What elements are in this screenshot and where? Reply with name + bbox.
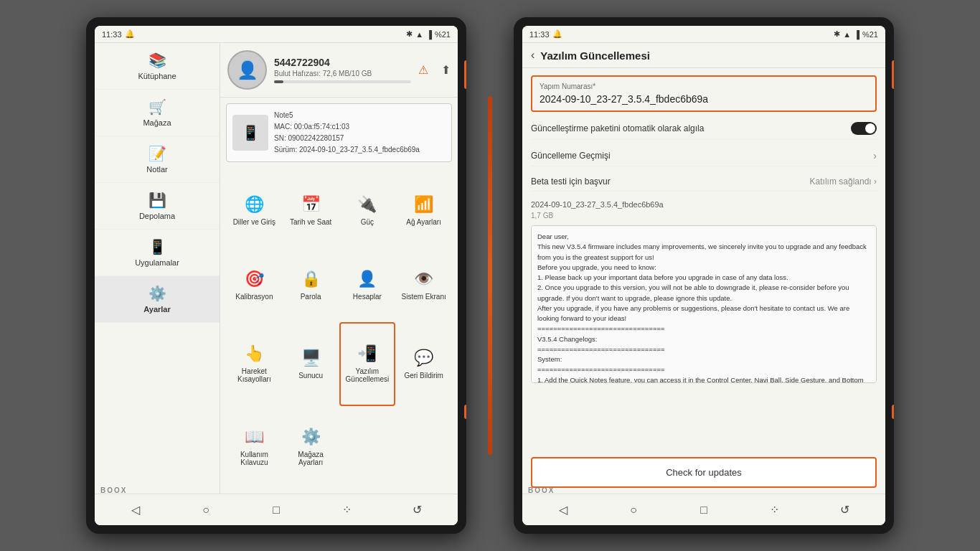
beta-row[interactable]: Beta testi için başvur Katılım sağlandı …	[531, 172, 877, 192]
datetime-icon: 📅	[301, 195, 321, 214]
left-back-nav[interactable]: ◁	[127, 501, 144, 519]
participation-status: Katılım sağlandı ›	[810, 176, 877, 187]
settings-item-gestures[interactable]: 👆 Hareket Kısayolları	[226, 322, 283, 406]
sidebar-label-library: Kütüphane	[138, 72, 176, 80]
settings-item-server[interactable]: 🖥️ Sunucu	[283, 322, 339, 406]
storage-bar	[274, 80, 411, 83]
left-refresh-nav[interactable]: ↺	[408, 501, 425, 519]
right-bluetooth-icon: ✱	[834, 29, 840, 39]
sidebar-item-storage[interactable]: 💾 Depolama	[95, 183, 220, 230]
right-alert-icon: 🔔	[552, 29, 562, 39]
settings-item-accounts[interactable]: 👤 Hesaplar	[339, 248, 396, 323]
left-menu-nav[interactable]: ⁘	[338, 501, 355, 519]
right-nav-bar: ◁ ○ □ ⁘ ↺	[522, 494, 885, 525]
settings-item-store-settings[interactable]: ⚙️ Mağaza Ayarları	[283, 406, 339, 489]
profile-info: 5442722904 Bulut Hafızası: 72,6 MB/10 GB	[274, 57, 411, 83]
sidebar-item-store[interactable]: 🛒 Mağaza	[95, 90, 220, 136]
settings-content: 📚 Kütüphane 🛒 Mağaza 📝 Notlar 💾 Depolama	[95, 43, 458, 494]
beta-label: Beta testi için başvur	[531, 176, 611, 187]
check-updates-button[interactable]: Check for updates	[531, 457, 877, 488]
update-icon: 📲	[357, 344, 377, 363]
left-nav-bar: ◁ ○ □ ⁘ ↺	[95, 494, 458, 525]
build-label: Yapım Numarası*	[540, 83, 868, 90]
update-history-row[interactable]: Güncelleme Geçmişi ›	[531, 146, 877, 166]
devices-container: 11:33 🔔 ✱ ▲ ▐ %21 📚 Kütüphane	[0, 0, 980, 551]
settings-item-display[interactable]: 👁️ Sistem Ekranı	[395, 248, 452, 323]
apps-icon: 📱	[149, 238, 166, 255]
store-icon: 🛒	[149, 98, 166, 116]
update-screen: ‹ Yazılım Güncellemesi Yapım Numarası* 2…	[522, 43, 885, 494]
device-name: Note5	[274, 110, 420, 121]
auto-detect-row[interactable]: Güncelleştirme paketini otomatik olarak …	[531, 118, 877, 140]
gestures-icon: 👆	[245, 344, 264, 363]
right-battery-text: %21	[862, 30, 878, 39]
settings-icon: ⚙️	[149, 285, 166, 302]
settings-item-manual[interactable]: 📖 Kullanım Kılavuzu	[226, 406, 283, 489]
sidebar-label-notes: Notlar	[146, 165, 167, 174]
store-settings-icon: ⚙️	[301, 428, 321, 446]
right-status-bar: 11:33 🔔 ✱ ▲ ▐ %21	[522, 26, 885, 43]
right-menu-nav[interactable]: ⁘	[765, 501, 783, 519]
back-button[interactable]: ‹	[531, 49, 534, 62]
settings-item-label-server: Sunucu	[298, 372, 323, 380]
left-home-nav[interactable]: ○	[197, 501, 215, 519]
sidebar-item-apps[interactable]: 📱 Uygulamalar	[95, 230, 220, 276]
display-icon: 👁️	[414, 270, 433, 288]
beta-chevron: ›	[874, 176, 877, 187]
auto-detect-label: Güncelleştirme paketini otomatik olarak …	[531, 123, 704, 133]
left-recents-nav[interactable]: □	[268, 501, 285, 519]
password-icon: 🔒	[301, 270, 321, 288]
sidebar-item-library[interactable]: 📚 Kütüphane	[95, 43, 220, 90]
settings-item-label-store-settings: Mağaza Ayarları	[288, 451, 334, 466]
settings-item-password[interactable]: 🔒 Parola	[283, 248, 339, 323]
manual-icon: 📖	[245, 428, 264, 446]
settings-item-datetime[interactable]: 📅 Tarih ve Saat	[283, 174, 339, 248]
device-version: Sürüm: 2024-09-10_23-27_3.5.4_fbdec6b69a	[274, 144, 420, 156]
left-device: 11:33 🔔 ✱ ▲ ▐ %21 📚 Kütüphane	[86, 17, 466, 534]
left-status-bar: 11:33 🔔 ✱ ▲ ▐ %21	[95, 26, 458, 43]
language-icon: 🌐	[245, 195, 264, 214]
left-screen: 11:33 🔔 ✱ ▲ ▐ %21 📚 Kütüphane	[95, 26, 458, 525]
right-device: 11:33 🔔 ✱ ▲ ▐ %21 ‹ Yazılım Güncellemesi	[514, 17, 894, 534]
changelog-text: Dear user, This new V3.5.4 firmware incl…	[537, 232, 870, 383]
settings-item-network[interactable]: 📶 Ağ Ayarları	[395, 174, 452, 248]
sidebar-item-notes[interactable]: 📝 Notlar	[95, 136, 220, 183]
build-number-section: Yapım Numarası* 2024-09-10_23-27_3.5.4_f…	[531, 75, 877, 112]
feedback-icon: 💬	[414, 349, 433, 367]
right-signal-icon: ▐	[854, 30, 859, 39]
update-header: ‹ Yazılım Güncellemesi	[522, 43, 885, 68]
device-info-icon: 📱	[232, 115, 268, 151]
update-screen-title: Yazılım Güncellemesi	[540, 50, 650, 62]
sidebar-label-store: Mağaza	[143, 118, 171, 127]
divider	[488, 96, 492, 455]
profile-id: 5442722904	[274, 57, 411, 68]
settings-item-label-accounts: Hesaplar	[353, 293, 382, 301]
device-info-box: 📱 Note5 MAC: 00:0a:f5:74:c1:03 SN: 09002…	[226, 103, 452, 162]
right-back-nav[interactable]: ◁	[555, 501, 572, 519]
version-info-section: 2024-09-10_23-27_3.5.4_fbdec6b69a 1,7 GB	[531, 197, 877, 220]
right-refresh-nav[interactable]: ↺	[836, 501, 853, 519]
settings-item-label-manual: Kullanım Kılavuzu	[231, 451, 278, 466]
right-home-nav[interactable]: ○	[625, 501, 642, 519]
auto-detect-toggle[interactable]	[851, 122, 877, 135]
settings-grid: 🌐 Diller ve Giriş 📅 Tarih ve Saat 🔌 Güç	[220, 168, 458, 494]
right-recents-nav[interactable]: □	[695, 501, 712, 519]
accounts-icon: 👤	[357, 270, 377, 288]
settings-item-power[interactable]: 🔌 Güç	[339, 174, 396, 248]
version-string: 2024-09-10_23-27_3.5.4_fbdec6b69a	[531, 197, 877, 212]
sidebar-item-settings[interactable]: ⚙️ Ayarlar	[95, 276, 220, 323]
version-size: 1,7 GB	[531, 212, 877, 220]
settings-item-feedback[interactable]: 💬 Geri Bildirim	[395, 322, 452, 406]
network-icon: 📶	[414, 195, 433, 214]
update-history-label: Güncelleme Geçmişi	[531, 151, 611, 161]
settings-item-language[interactable]: 🌐 Diller ve Giriş	[226, 174, 283, 248]
device-sn: SN: 09002242280157	[274, 133, 420, 144]
left-boox-label: BOOX	[100, 486, 127, 494]
upload-icon: ⬆	[441, 63, 451, 77]
storage-label: Bulut Hafızası: 72,6 MB/10 GB	[274, 70, 411, 77]
settings-item-update[interactable]: 📲 Yazılım Güncellemesi	[339, 322, 396, 406]
settings-item-label-network: Ağ Ayarları	[406, 218, 441, 226]
right-boox-label: BOOX	[528, 486, 555, 494]
settings-item-calibration[interactable]: 🎯 Kalibrasyon	[226, 248, 283, 323]
changelog-box: Dear user, This new V3.5.4 firmware incl…	[531, 225, 877, 383]
